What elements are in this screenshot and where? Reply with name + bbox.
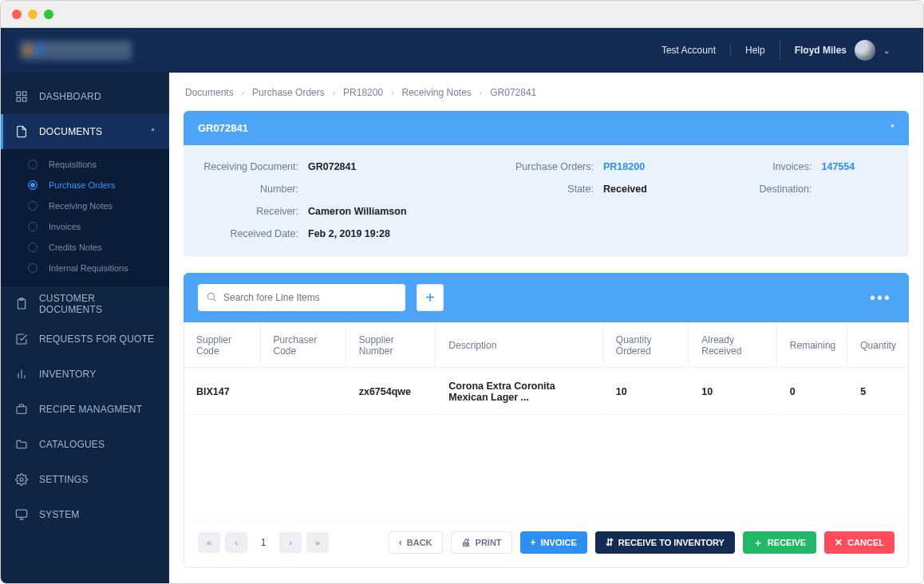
button-label: CANCEL [847, 538, 884, 547]
sidebar-item-system[interactable]: SYSTEM [1, 497, 169, 532]
window-minimize-icon[interactable] [28, 10, 38, 19]
table-footer: « ‹ 1 › » ‹ BACK 🖨 PRINT [184, 522, 909, 568]
cell-description: Corona Extra Coronita Mexican Lager ... [437, 369, 603, 415]
footer-actions: ‹ BACK 🖨 PRINT + INVOICE ⇵ [389, 531, 894, 554]
invoice-button[interactable]: + INVOICE [520, 531, 587, 554]
svg-point-10 [20, 478, 23, 481]
col-supplier-code[interactable]: Supplier Code [185, 324, 261, 368]
pager-last-button[interactable]: » [306, 532, 329, 553]
sidebar-item-label: INVENTORY [39, 369, 96, 380]
file-icon [15, 125, 28, 138]
cell-remaining: 0 [779, 369, 847, 415]
sub-item-credits-notes[interactable]: Credits Notes [1, 237, 169, 258]
print-button[interactable]: 🖨 PRINT [451, 531, 512, 554]
col-supplier-number[interactable]: Supplier Number [348, 324, 436, 368]
sub-item-label: Receiving Notes [49, 201, 113, 211]
sub-item-purchase-orders[interactable]: Purchase Orders [1, 175, 169, 195]
app-window: Test Account Help Floyd Miles ⌄ DASHBOAR… [0, 0, 924, 584]
field-label: Purchase Orders: [484, 161, 603, 172]
close-icon: ✕ [835, 537, 843, 548]
field-label: Receiver: [188, 206, 308, 217]
sidebar-item-label: CATALOGUES [39, 439, 105, 450]
field-label: Number: [188, 183, 308, 195]
window-close-icon[interactable] [12, 10, 22, 19]
pager-prev-button[interactable]: ‹ [225, 532, 247, 553]
test-account-link[interactable]: Test Account [647, 45, 730, 56]
sidebar-item-inventory[interactable]: INVENTORY [1, 357, 169, 392]
crumb[interactable]: Purchase Orders [252, 87, 325, 98]
button-label: INVOICE [541, 538, 577, 547]
pager-first-button[interactable]: « [198, 532, 220, 553]
details-panel-body: Receiving Document: GR072841 Purchase Or… [184, 145, 909, 257]
more-options-button[interactable]: ••• [870, 289, 894, 307]
search-input[interactable] [217, 292, 397, 303]
sidebar-item-label: DOCUMENTS [39, 126, 102, 137]
monitor-icon [15, 508, 28, 521]
line-items-table: Supplier Code Purchaser Code Supplier Nu… [184, 322, 909, 522]
user-menu[interactable]: Floyd Miles ⌄ [780, 40, 904, 61]
add-line-item-button[interactable]: + [417, 284, 444, 311]
sub-item-label: Internal Requisitions [49, 263, 128, 273]
receive-to-inventory-button[interactable]: ⇵ RECEIVE TO INVENTORY [595, 531, 735, 554]
crumb[interactable]: PR18200 [343, 87, 383, 98]
sidebar-item-requests-for-quote[interactable]: REQUESTS FOR QUOTE [1, 322, 169, 357]
crumb[interactable]: Documents [185, 87, 234, 98]
field-label: Received Date: [188, 228, 308, 239]
sidebar-item-customer-documents[interactable]: CUSTOMER DOCUMENTS [1, 286, 169, 322]
window-maximize-icon[interactable] [44, 10, 53, 19]
chevron-double-right-icon: » [315, 538, 320, 547]
crumb[interactable]: Receiving Notes [401, 87, 471, 98]
sub-item-invoices[interactable]: Invoices [1, 216, 169, 237]
details-panel-header[interactable]: GR072841 ˄ [184, 111, 909, 145]
sub-item-receiving-notes[interactable]: Receiving Notes [1, 195, 169, 216]
pager-page-number: 1 [252, 537, 274, 548]
gear-icon [15, 473, 28, 486]
search-wrapper [198, 284, 405, 311]
radio-icon [28, 160, 38, 169]
cell-quantity: 5 [849, 369, 907, 415]
col-quantity[interactable]: Quantity [849, 324, 907, 368]
back-button[interactable]: ‹ BACK [389, 531, 443, 554]
user-name: Floyd Miles [795, 45, 847, 56]
svg-rect-0 [17, 92, 21, 96]
sidebar-item-documents[interactable]: DOCUMENTS ˄ [1, 114, 169, 149]
bars-icon [15, 368, 28, 381]
sidebar-item-label: SYSTEM [39, 509, 80, 520]
cancel-button[interactable]: ✕ CANCEL [824, 531, 894, 554]
sidebar-item-dashboard[interactable]: DASHBOARD [1, 79, 169, 114]
printer-icon: 🖨 [461, 537, 471, 548]
col-purchaser-code[interactable]: Purchaser Code [263, 324, 346, 368]
help-link[interactable]: Help [730, 45, 780, 56]
col-description[interactable]: Description [437, 324, 603, 368]
radio-selected-icon [28, 180, 38, 190]
button-label: BACK [407, 538, 432, 547]
col-qty-ordered[interactable]: Quantity Ordered [605, 324, 689, 368]
button-label: PRINT [476, 538, 502, 547]
purchase-order-link[interactable]: PR18200 [603, 161, 645, 172]
invoice-link[interactable]: 147554 [822, 161, 855, 172]
sidebar-item-label: RECIPE MANAGMENT [39, 404, 142, 415]
field-label: Invoices: [702, 161, 822, 172]
app-body: DASHBOARD DOCUMENTS ˄ Requisitions Purch… [1, 73, 923, 583]
sub-item-label: Invoices [49, 222, 81, 231]
cell-purchaser-code [263, 369, 346, 415]
sidebar-item-label: DASHBOARD [39, 91, 101, 102]
receive-button[interactable]: ＋ RECEIVE [743, 531, 816, 554]
field-label: Destination: [702, 183, 822, 195]
sub-item-internal-requisitions[interactable]: Internal Requisitions [1, 258, 169, 278]
chevron-up-icon: ˄ [890, 124, 894, 132]
sidebar-item-recipe-management[interactable]: RECIPE MANAGMENT [1, 392, 169, 427]
sidebar-item-settings[interactable]: SETTINGS [1, 462, 169, 497]
chevron-right-icon: › [242, 89, 244, 97]
col-remaining[interactable]: Remaining [779, 324, 847, 368]
line-items-panel: + ••• Supplier Code Purchaser Code Suppl… [184, 273, 909, 568]
table-row[interactable]: BIX147 zx6754qwe Corona Extra Coronita M… [185, 369, 907, 415]
sub-item-label: Credits Notes [49, 243, 102, 252]
pager-next-button[interactable]: › [279, 532, 302, 553]
field-value: GR072841 [308, 161, 356, 172]
sidebar-item-catalogues[interactable]: CATALOGUES [1, 427, 169, 462]
field-value: Feb 2, 2019 19:28 [308, 228, 390, 239]
col-already-received[interactable]: Already Received [690, 324, 777, 368]
sub-item-requisitions[interactable]: Requisitions [1, 154, 169, 175]
pager: « ‹ 1 › » [198, 532, 329, 553]
